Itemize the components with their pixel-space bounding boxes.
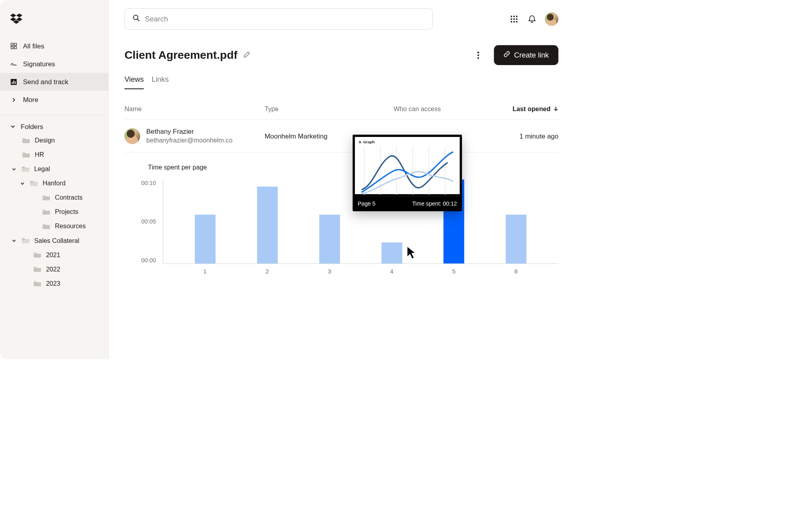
svg-rect-19 bbox=[513, 18, 515, 20]
nav-more[interactable]: More bbox=[0, 91, 109, 109]
nav-label: Signatures bbox=[23, 60, 55, 68]
row-user-email: bethanyfrazier@moonhelm.co bbox=[146, 137, 232, 144]
svg-rect-16 bbox=[513, 15, 515, 17]
sort-arrow-down-icon bbox=[553, 105, 559, 113]
link-icon bbox=[504, 51, 510, 60]
tab-views[interactable]: Views bbox=[124, 75, 144, 89]
svg-point-24 bbox=[477, 52, 479, 53]
folder-hanford[interactable]: Hanford bbox=[0, 176, 109, 190]
col-name[interactable]: Name bbox=[124, 105, 265, 113]
title-row: Client Agreement.pdf Creat bbox=[124, 45, 558, 65]
sidebar: All files Signatures bbox=[0, 0, 109, 359]
search-icon bbox=[132, 14, 140, 23]
folder-projects[interactable]: Projects bbox=[0, 205, 109, 219]
folder-open-icon bbox=[21, 165, 30, 173]
tabs: Views Links bbox=[124, 75, 558, 89]
chevron-right-icon bbox=[10, 96, 17, 104]
svg-point-25 bbox=[477, 54, 479, 56]
folder-open-icon bbox=[21, 237, 30, 244]
folder-legal[interactable]: Legal bbox=[0, 162, 109, 176]
x-tick: 2 bbox=[236, 267, 299, 275]
y-tick: 00:00 bbox=[141, 257, 156, 264]
chart-y-axis: 00:10 00:05 00:00 bbox=[141, 179, 163, 264]
chart-bar[interactable] bbox=[236, 179, 299, 263]
y-tick: 00:10 bbox=[141, 179, 156, 186]
nav-send-and-track[interactable]: Send and track bbox=[0, 73, 109, 91]
folder-icon bbox=[22, 151, 30, 158]
svg-rect-7 bbox=[11, 46, 13, 49]
chart-bar[interactable] bbox=[174, 179, 236, 263]
svg-rect-18 bbox=[511, 18, 512, 20]
folder-2023[interactable]: 2023 bbox=[0, 276, 109, 291]
tab-links[interactable]: Links bbox=[151, 75, 169, 89]
search-input[interactable]: Search bbox=[124, 8, 433, 29]
svg-marker-0 bbox=[10, 13, 16, 17]
x-tick: 5 bbox=[423, 267, 485, 275]
x-tick: 1 bbox=[174, 267, 236, 275]
more-options-icon[interactable] bbox=[474, 51, 483, 60]
folder-sales-collateral[interactable]: Sales Collateral bbox=[0, 233, 109, 248]
nav-signatures[interactable]: Signatures bbox=[0, 55, 109, 73]
search-placeholder: Search bbox=[145, 15, 168, 23]
folder-hr[interactable]: HR bbox=[0, 148, 109, 162]
col-access[interactable]: Who can access bbox=[394, 105, 467, 113]
folder-label: Legal bbox=[34, 165, 50, 173]
create-link-button[interactable]: Create link bbox=[494, 45, 559, 65]
folder-label: Contracts bbox=[55, 194, 83, 202]
chart-x-axis: 1 2 3 4 5 6 bbox=[163, 264, 558, 275]
svg-rect-20 bbox=[516, 18, 518, 20]
svg-point-13 bbox=[134, 15, 138, 19]
chart-bar[interactable] bbox=[299, 179, 361, 263]
svg-rect-22 bbox=[513, 21, 515, 23]
cursor-icon bbox=[406, 246, 418, 262]
svg-rect-11 bbox=[13, 81, 14, 84]
svg-rect-17 bbox=[516, 15, 518, 17]
chart-title: Time spent per page bbox=[124, 164, 558, 171]
col-last-opened[interactable]: Last opened bbox=[466, 105, 558, 113]
folder-resources[interactable]: Resources bbox=[0, 219, 109, 233]
tooltip-preview: 9. Graph bbox=[352, 135, 462, 196]
svg-rect-12 bbox=[15, 81, 15, 84]
dropbox-logo[interactable] bbox=[0, 13, 109, 36]
nav-all-files[interactable]: All files bbox=[0, 37, 109, 55]
folder-2021[interactable]: 2021 bbox=[0, 248, 109, 262]
folder-design[interactable]: Design bbox=[0, 133, 109, 148]
y-tick: 00:05 bbox=[141, 218, 156, 225]
main-content: Search Client Agreement.pdf bbox=[109, 0, 574, 359]
folder-label: 2023 bbox=[46, 280, 60, 287]
svg-rect-10 bbox=[12, 82, 13, 84]
tooltip-time-label: Time spent: 00:12 bbox=[412, 200, 457, 207]
folder-label: 2022 bbox=[46, 266, 60, 273]
row-avatar bbox=[124, 128, 140, 144]
svg-rect-8 bbox=[14, 46, 17, 49]
document-title: Client Agreement.pdf bbox=[124, 49, 237, 62]
svg-rect-15 bbox=[511, 15, 512, 17]
row-user-name: Bethany Frazier bbox=[146, 128, 232, 136]
col-type[interactable]: Type bbox=[264, 105, 393, 113]
svg-rect-5 bbox=[11, 43, 13, 46]
user-avatar[interactable] bbox=[545, 12, 558, 26]
folder-2022[interactable]: 2022 bbox=[0, 262, 109, 276]
folder-icon bbox=[42, 194, 50, 201]
folders-header[interactable]: Folders bbox=[0, 117, 109, 133]
table-header: Name Type Who can access Last opened bbox=[124, 102, 558, 120]
chart-bar[interactable] bbox=[485, 179, 547, 263]
svg-rect-23 bbox=[516, 21, 518, 23]
svg-line-14 bbox=[137, 19, 139, 21]
bell-icon[interactable] bbox=[527, 14, 537, 24]
tooltip-page-label: Page 5 bbox=[358, 200, 375, 207]
chart-icon bbox=[10, 78, 17, 85]
sidebar-divider bbox=[0, 115, 109, 115]
table-row[interactable]: Bethany Frazier bethanyfrazier@moonhelm.… bbox=[124, 120, 558, 152]
apps-grid-icon[interactable] bbox=[509, 14, 519, 24]
chart-section: Time spent per page 00:10 00:05 00:00 1 … bbox=[124, 164, 558, 275]
folder-label: Hanford bbox=[42, 179, 65, 187]
edit-title-icon[interactable] bbox=[243, 51, 250, 59]
chevron-down-icon bbox=[10, 124, 15, 129]
folder-label: Sales Collateral bbox=[34, 237, 79, 244]
svg-point-26 bbox=[477, 57, 479, 59]
folder-label: HR bbox=[35, 151, 44, 158]
nav-label: All files bbox=[23, 42, 44, 50]
svg-rect-6 bbox=[14, 43, 17, 46]
folder-contracts[interactable]: Contracts bbox=[0, 190, 109, 205]
